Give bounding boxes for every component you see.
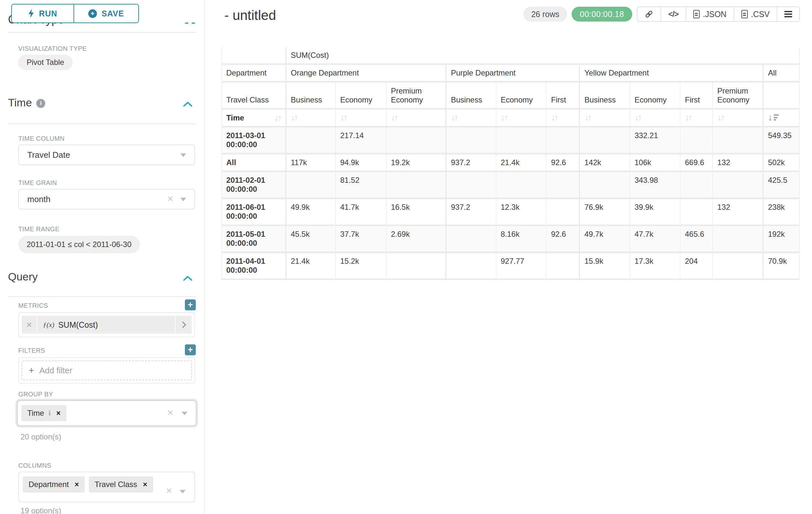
view-query-button[interactable]: </> (661, 7, 686, 21)
columns-select[interactable]: Department×Travel Class× × (18, 471, 195, 503)
pivot-col-group-orange-department: Orange Department (286, 64, 446, 82)
sort-icon[interactable]: ↓↑ (291, 113, 297, 122)
save-button[interactable]: + SAVE (74, 4, 138, 23)
sort-icon[interactable]: ↓↑ (501, 113, 507, 122)
pivot-sort-cell: ↓↑ (286, 109, 336, 127)
sort-icon[interactable]: ↓↑ (340, 113, 347, 122)
info-icon[interactable]: i (36, 99, 45, 108)
caret-down-icon (180, 490, 185, 493)
remove-icon[interactable]: × (75, 480, 79, 489)
viz-type-pill[interactable]: Pivot Table (18, 55, 72, 70)
pivot-sort-cell: ↓↑ (496, 109, 547, 127)
time-column-select[interactable]: Travel Date (18, 144, 195, 165)
sort-icon[interactable]: ↓↑ (685, 113, 691, 122)
menu-button[interactable] (777, 7, 799, 21)
pivot-cell: 45.5k (286, 225, 336, 252)
chart-title[interactable]: - untitled (224, 8, 276, 23)
chip-label: Travel Class (95, 480, 137, 489)
pivot-cell: 81.52 (336, 171, 386, 198)
export-json-label: .JSON (703, 10, 727, 19)
plus-circle-icon: + (88, 9, 97, 18)
pivot-cell (446, 171, 496, 198)
pivot-cell: 549.35 (763, 127, 800, 154)
columns-chip[interactable]: Department× (23, 477, 85, 492)
remove-icon[interactable]: × (143, 480, 147, 489)
chevron-up-icon[interactable] (183, 276, 193, 281)
pivot-cell: 927.77 (496, 252, 547, 279)
pivot-cell (286, 171, 336, 198)
remove-metric-icon[interactable]: × (22, 316, 37, 334)
query-section-heading: Query (8, 270, 38, 283)
time-grain-value: month (19, 194, 50, 204)
table-row: 2011-03-01 00:00:00217.14332.21549.35 (222, 127, 800, 154)
expand-metric-button[interactable] (175, 316, 192, 334)
pivot-cell (446, 127, 496, 154)
pivot-cell: 332.21 (630, 127, 680, 154)
bolt-icon (28, 9, 34, 18)
clear-icon[interactable]: × (166, 485, 172, 497)
metric-item[interactable]: × ƒ(x) SUM(Cost) (22, 316, 192, 334)
clear-icon[interactable]: × (167, 193, 173, 205)
pivot-cell: 238k (763, 198, 800, 225)
pivot-row-label: 2011-03-01 00:00:00 (222, 127, 286, 154)
time-grain-select[interactable]: month × (18, 189, 195, 210)
sort-icon[interactable]: ↓↑ (635, 113, 641, 122)
pivot-cell (580, 127, 630, 154)
add-filter-dropzone[interactable]: + Add filter (22, 360, 192, 380)
pivot-cell: 669.6 (680, 154, 713, 171)
link-icon (644, 10, 654, 19)
time-range-label: TIME RANGE (18, 225, 59, 233)
group-by-select[interactable]: Time i × × (17, 400, 196, 426)
pivot-cell: 49.9k (286, 198, 336, 225)
pivot-row-label: All (222, 154, 286, 171)
pivot-col-header-all-blank (763, 82, 800, 109)
pivot-sort-cell: ↓↑ (446, 109, 496, 127)
sort-icon[interactable]: ↓↑ (584, 113, 591, 122)
pivot-cell (446, 252, 496, 279)
pivot-cell: 192k (763, 225, 800, 252)
time-section-heading: Time i (8, 97, 45, 109)
pivot-cell: 117k (286, 154, 336, 171)
pivot-col-header-economy: Economy (336, 82, 386, 109)
caret-down-icon (180, 154, 186, 157)
sort-icon[interactable]: ↓↑ (551, 113, 557, 122)
sort-icon[interactable]: ↓↑ (451, 113, 457, 122)
group-by-chip[interactable]: Time i × (22, 405, 66, 421)
time-column-label: TIME COLUMN (18, 135, 64, 142)
pivot-cell: 47.7k (630, 225, 680, 252)
remove-icon[interactable]: × (56, 409, 60, 417)
sort-icon[interactable]: ↓↑ (274, 113, 281, 123)
group-by-label: GROUP BY (18, 390, 53, 398)
pivot-cell: 41.7k (336, 198, 386, 225)
pivot-row-dim-time: Time↓↑ (222, 109, 286, 127)
sort-icon[interactable]: ↓↑ (391, 113, 397, 122)
sort-desc-icon[interactable]: ↓ (768, 113, 779, 122)
run-button[interactable]: RUN (12, 4, 74, 23)
add-metric-button[interactable]: + (185, 299, 196, 310)
chip-label: Time (27, 409, 44, 417)
section-divider (8, 32, 196, 33)
control-panel: Chart Type RUN + SAVE VISUALIZATION TYPE… (0, 0, 205, 514)
clear-icon[interactable]: × (167, 407, 173, 418)
pivot-row-label: 2011-05-01 00:00:00 (222, 225, 286, 252)
time-grain-label: TIME GRAIN (18, 179, 57, 187)
sort-icon[interactable]: ↓↑ (717, 113, 724, 122)
pivot-col-group-all: All (763, 64, 800, 82)
pivot-row-dim-travel-class: Travel Class (222, 82, 286, 109)
pivot-cell: 937.2 (446, 198, 496, 225)
export-csv-button[interactable]: .CSV (734, 7, 777, 21)
pivot-cell: 15.2k (336, 252, 386, 279)
export-json-button[interactable]: .JSON (686, 7, 734, 21)
pivot-cell: 16.5k (386, 198, 446, 225)
share-link-button[interactable] (637, 7, 661, 21)
add-filter-button[interactable]: + (185, 344, 196, 355)
pivot-cell (680, 198, 713, 225)
chevron-up-icon[interactable] (183, 102, 193, 107)
pivot-sort-cell: ↓↑ (547, 109, 580, 127)
columns-chip[interactable]: Travel Class× (89, 477, 153, 492)
info-icon[interactable]: i (49, 409, 50, 417)
pivot-cell (496, 127, 547, 154)
export-csv-label: .CSV (751, 10, 770, 19)
time-range-pill[interactable]: 2011-01-01 ≤ col < 2011-06-30 (18, 236, 140, 253)
pivot-cell: 70.9k (763, 252, 800, 279)
